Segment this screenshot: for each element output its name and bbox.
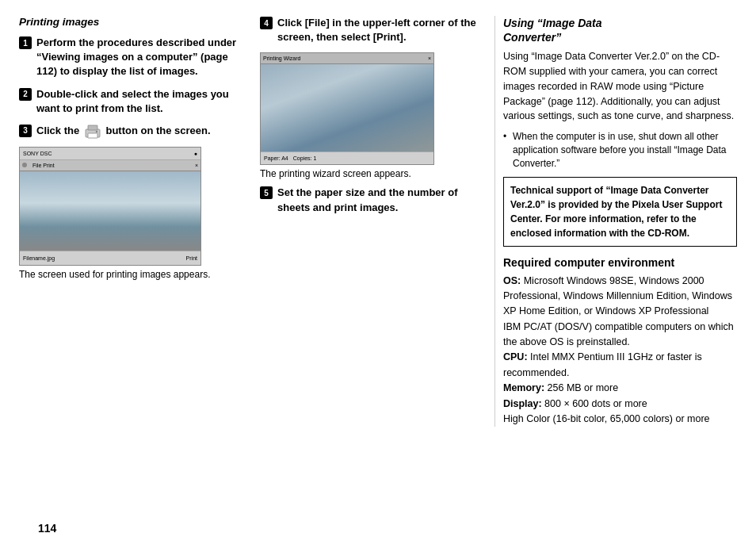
step-1-text: Perform the procedures described under “…	[36, 36, 242, 79]
left-section-title: Printing images	[19, 16, 242, 28]
required-env-body: OS: Microsoft Windows 98SE, Windows 2000…	[503, 274, 737, 428]
step-3-num: 3	[19, 125, 32, 137]
step-2-num: 2	[19, 88, 32, 101]
display-label: Display:	[503, 398, 542, 409]
os-text: Microsoft Windows 98SE, Windows 2000 Pro…	[503, 275, 732, 317]
screenshot2-titlebar: Printing Wizard ×	[261, 53, 433, 64]
screenshot-printing: SONY DSC ● File Print × Filename.jpg Pri…	[19, 147, 201, 266]
step-1-num: 1	[19, 36, 32, 49]
memory-label: Memory:	[503, 382, 544, 393]
svg-rect-1	[88, 125, 97, 130]
ibm-text: IBM PC/AT (DOS/V) compatible computers o…	[503, 321, 734, 347]
step-3-text: Click the button on the screen.	[36, 124, 211, 139]
printer-icon	[85, 125, 101, 139]
step-5-text: Set the paper size and the number of she…	[277, 186, 480, 214]
cpu-label: CPU:	[503, 351, 528, 362]
required-env-title: Required computer environment	[503, 256, 737, 269]
step-4-text: Click [File] in the upper-left corner of…	[277, 16, 480, 44]
screenshot-wizard: Printing Wizard × Paper: A4 Copies: 1	[260, 52, 434, 165]
display-text: 800 × 600 dots or more	[542, 398, 647, 409]
screenshot2-caption: The printing wizard screen appears.	[260, 168, 480, 179]
memory-text: 256 MB or more	[544, 382, 618, 393]
page-layout: Printing images 1 Perform the procedures…	[19, 16, 737, 427]
titlebar-dot	[22, 163, 27, 167]
left-column: Printing images 1 Perform the procedures…	[19, 16, 257, 427]
screenshot1-caption: The screen used for printing images appe…	[19, 269, 242, 280]
svg-point-3	[96, 130, 97, 132]
right-body-text: Using “Image Data Converter Ver.2.0” on …	[503, 49, 737, 124]
middle-column: 4 Click [File] in the upper-left corner …	[257, 16, 494, 427]
screenshot-footer: Filename.jpg Print	[20, 251, 200, 265]
screenshot-titlebar: File Print ×	[20, 160, 200, 171]
right-column: Using “Image Data Converter” Using “Imag…	[494, 16, 737, 427]
cpu-text: Intel MMX Pentium III 1GHz or faster is …	[503, 351, 702, 378]
step-4-num: 4	[260, 17, 273, 29]
step-3: 3 Click the button on the screen.	[19, 124, 242, 139]
step-2-text: Double-click and select the images you w…	[36, 87, 242, 116]
os-label: OS:	[503, 275, 521, 286]
step-2: 2 Double-click and select the images you…	[19, 87, 242, 116]
screenshot-toolbar: SONY DSC ●	[20, 148, 200, 160]
highlight-box: Technical support of “Image Data Convert…	[503, 177, 737, 247]
screenshot2-footer: Paper: A4 Copies: 1	[261, 151, 433, 164]
step-1: 1 Perform the procedures described under…	[19, 36, 242, 79]
step-4: 4 Click [File] in the upper-left corner …	[260, 16, 480, 44]
page-wrapper: Printing images 1 Perform the procedures…	[19, 16, 737, 533]
step-5: 5 Set the paper size and the number of s…	[260, 186, 480, 214]
svg-rect-2	[88, 133, 97, 138]
right-section-title: Using “Image Data Converter”	[503, 16, 737, 44]
color-text: High Color (16-bit color, 65,000 colors)…	[503, 413, 710, 424]
page-number: 114	[38, 522, 56, 533]
screenshot-image-area	[20, 171, 200, 251]
screenshot2-image-area	[261, 64, 433, 151]
bullet-item: When the computer is in use, shut down a…	[503, 130, 737, 170]
step-5-num: 5	[260, 186, 273, 199]
